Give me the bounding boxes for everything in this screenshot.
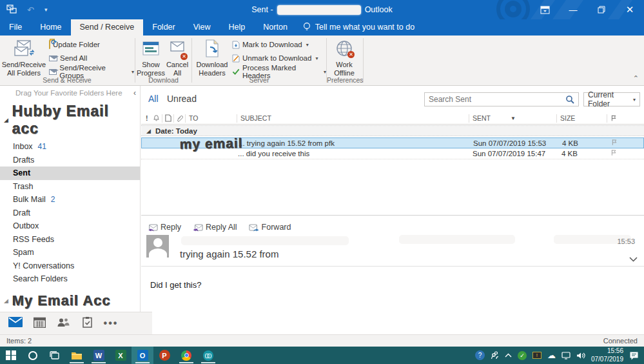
start-button[interactable] bbox=[0, 347, 22, 364]
message-flag-icon[interactable] bbox=[611, 138, 618, 148]
group-label-send-receive: Send & Receive bbox=[0, 76, 134, 84]
column-icon[interactable] bbox=[165, 114, 171, 122]
more-modules-icon[interactable]: ••• bbox=[103, 318, 119, 329]
column-size[interactable]: SIZE bbox=[560, 114, 575, 122]
search-box[interactable] bbox=[424, 92, 579, 106]
message-flag-icon[interactable] bbox=[610, 148, 618, 158]
group-label-server: Server bbox=[192, 76, 326, 84]
taskbar-clock[interactable]: 15:56 07/07/2019 bbox=[591, 347, 623, 363]
search-icon[interactable] bbox=[565, 95, 575, 105]
restore-button[interactable] bbox=[587, 0, 616, 19]
column-attachment[interactable] bbox=[176, 114, 183, 122]
column-importance[interactable]: ! bbox=[146, 114, 148, 122]
action-center-icon[interactable] bbox=[629, 351, 639, 360]
unmark-to-download-button[interactable]: Unmark to Download ▾ bbox=[232, 52, 326, 65]
network-tray-icon[interactable] bbox=[561, 352, 571, 359]
tab-folder[interactable]: Folder bbox=[143, 19, 184, 35]
download-headers-button[interactable]: Download Headers bbox=[195, 37, 229, 77]
calendar-module-icon[interactable] bbox=[32, 317, 47, 330]
update-folder-button[interactable]: ⟳ Update Folder bbox=[49, 38, 134, 51]
column-to[interactable]: TO bbox=[189, 114, 198, 122]
wallet-tray-icon[interactable]: ! bbox=[532, 352, 542, 359]
tab-home[interactable]: Home bbox=[31, 19, 70, 35]
antivirus-tray-icon[interactable]: ✓ bbox=[518, 351, 527, 360]
folder-y-conversations[interactable]: Y! Conversations bbox=[0, 259, 140, 273]
column-separator bbox=[173, 114, 174, 123]
group-row-date-today[interactable]: ◢ Date: Today bbox=[141, 125, 644, 136]
ribbon-group-send-receive: Send/Receive All Folders ⟳ Update Folder… bbox=[0, 35, 134, 85]
tab-file[interactable]: File bbox=[0, 19, 31, 35]
folder-draft[interactable]: Draft bbox=[0, 207, 140, 220]
ribbon-display-options-button[interactable] bbox=[531, 0, 559, 19]
work-offline-button[interactable]: ✕ Work Offline bbox=[327, 37, 362, 77]
column-subject[interactable]: SUBJECT bbox=[240, 114, 271, 122]
file-explorer-taskbar-icon[interactable] bbox=[66, 347, 88, 364]
minimize-button[interactable]: — bbox=[559, 0, 587, 19]
excel-taskbar-icon[interactable]: X bbox=[110, 347, 132, 364]
tab-send-receive[interactable]: Send / Receive bbox=[71, 19, 144, 35]
folder-spam[interactable]: Spam bbox=[0, 246, 140, 259]
reply-button[interactable]: Reply bbox=[148, 223, 181, 232]
task-view-button[interactable] bbox=[44, 347, 66, 364]
folder-search-folders[interactable]: Search Folders bbox=[0, 272, 140, 286]
title-bar: ↶ ▾ Sent - Outlook — ✕ bbox=[0, 0, 644, 19]
chrome-taskbar-icon[interactable] bbox=[175, 347, 197, 364]
collapse-folder-pane-icon[interactable]: ‹ bbox=[133, 88, 136, 97]
people-module-icon[interactable] bbox=[55, 318, 71, 330]
show-progress-button[interactable]: Show Progress bbox=[137, 37, 165, 77]
outlook-taskbar-icon[interactable]: O bbox=[132, 347, 153, 364]
close-button[interactable]: ✕ bbox=[616, 0, 644, 19]
column-sent[interactable]: SENT ▼ bbox=[473, 114, 516, 122]
window-title-prefix: Sent - bbox=[251, 5, 273, 14]
filter-unread[interactable]: Unread bbox=[167, 94, 197, 104]
message-sent: Sun 07/07/2019 15:47 bbox=[473, 150, 545, 157]
folder-inbox[interactable]: Inbox41 bbox=[0, 140, 140, 154]
collapse-ribbon-icon[interactable]: ⌃ bbox=[633, 74, 639, 83]
dropdown-arrow-icon: ▾ bbox=[132, 69, 134, 75]
search-input[interactable] bbox=[425, 95, 565, 104]
expand-triangle-icon[interactable]: ◢ bbox=[4, 117, 8, 123]
people-tray-icon[interactable] bbox=[491, 351, 499, 359]
show-hidden-icons-chevron[interactable] bbox=[505, 353, 512, 358]
folder-bulk-mail[interactable]: Bulk Mail2 bbox=[0, 193, 140, 207]
folder-outbox[interactable]: Outbox bbox=[0, 219, 140, 233]
folder-label: Draft bbox=[13, 208, 30, 217]
tasks-module-icon[interactable] bbox=[79, 317, 95, 330]
camera-taskbar-icon[interactable] bbox=[197, 347, 219, 364]
folder-label: Bulk Mail bbox=[13, 195, 46, 204]
folder-rss-feeds[interactable]: RSS Feeds bbox=[0, 233, 140, 247]
tell-me-box[interactable]: Tell me what you want to do bbox=[297, 19, 421, 35]
ribbon-group-preferences: ✕ Work Offline Preferences bbox=[327, 35, 363, 85]
reply-all-button[interactable]: Reply All bbox=[193, 223, 237, 232]
expand-header-chevron-icon[interactable] bbox=[629, 253, 638, 265]
folder-drafts[interactable]: Drafts bbox=[0, 154, 140, 167]
mark-to-download-button[interactable]: Mark to Download ▾ bbox=[232, 38, 326, 51]
expand-triangle-icon[interactable]: ◢ bbox=[146, 128, 151, 134]
cancel-all-button[interactable]: ✕ Cancel All bbox=[164, 37, 191, 77]
tab-help[interactable]: Help bbox=[220, 19, 255, 35]
search-scope-dropdown[interactable]: Current Folder ▾ bbox=[583, 92, 640, 106]
volume-tray-icon[interactable] bbox=[576, 352, 585, 359]
help-tray-icon[interactable]: ? bbox=[475, 350, 485, 360]
cortana-button[interactable] bbox=[22, 347, 44, 364]
word-taskbar-icon[interactable]: W bbox=[88, 347, 110, 364]
account2-header[interactable]: ◢ My Email Acc bbox=[0, 286, 140, 312]
folder-label: Search Folders bbox=[13, 274, 68, 283]
mail-module-icon[interactable] bbox=[8, 317, 23, 330]
column-reminder[interactable] bbox=[153, 114, 160, 122]
folder-pane: Drag Your Favorite Folders Here ‹ ◢ Hubb… bbox=[0, 86, 141, 334]
tab-view[interactable]: View bbox=[184, 19, 220, 35]
column-flag[interactable] bbox=[610, 114, 618, 122]
folder-trash[interactable]: Trash bbox=[0, 180, 140, 194]
account1-header[interactable]: ◢ Hubby Email acc bbox=[0, 99, 140, 140]
filter-all[interactable]: All bbox=[148, 94, 159, 104]
tab-norton[interactable]: Norton bbox=[254, 19, 297, 35]
send-receive-all-folders-button[interactable]: Send/Receive All Folders bbox=[3, 37, 45, 77]
forward-button[interactable]: Forward bbox=[249, 223, 291, 232]
paperclip-icon bbox=[176, 114, 183, 122]
folder-sent[interactable]: Sent bbox=[0, 167, 140, 180]
send-all-button[interactable]: Send All bbox=[49, 52, 134, 65]
cancel-all-icon: ✕ bbox=[168, 37, 186, 59]
powerpoint-taskbar-icon[interactable]: P bbox=[153, 347, 175, 364]
expand-triangle-icon[interactable]: ◢ bbox=[4, 298, 8, 304]
